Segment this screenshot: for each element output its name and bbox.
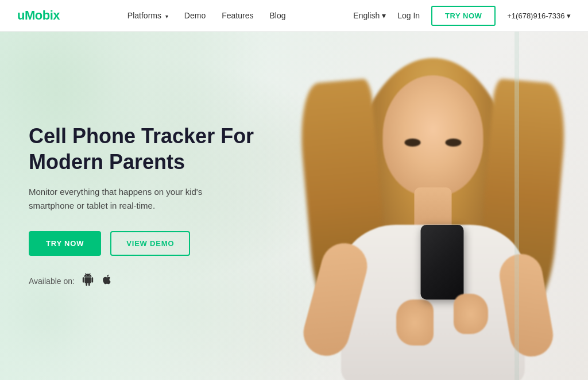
woman-eye-left <box>405 139 421 147</box>
woman-hand-right <box>454 294 488 334</box>
available-label: Available on: <box>29 277 75 286</box>
nav-platforms[interactable]: Platforms ▾ <box>127 11 168 20</box>
try-now-button[interactable]: TRY NOW <box>29 231 101 256</box>
woman-hands <box>396 288 488 346</box>
logo[interactable]: uMobix <box>17 8 60 23</box>
chevron-down-icon: ▾ <box>382 11 386 20</box>
nav-features[interactable]: Features <box>222 11 253 20</box>
window-divider <box>514 32 519 380</box>
hero-title: Cell Phone Tracker For Modern Parents <box>29 123 265 175</box>
chevron-down-icon: ▾ <box>567 11 571 20</box>
smartphone <box>421 225 464 300</box>
hero-section: Cell Phone Tracker For Modern Parents Mo… <box>0 32 588 380</box>
hero-content: Cell Phone Tracker For Modern Parents Mo… <box>0 32 294 380</box>
nav-blog[interactable]: Blog <box>269 11 285 20</box>
header-right: English ▾ Log In TRY NOW +1(678)916-7336… <box>353 6 571 26</box>
try-now-button-header[interactable]: TRY NOW <box>431 6 496 26</box>
woman-face <box>383 75 483 196</box>
nav-demo[interactable]: Demo <box>184 11 206 20</box>
available-on: Available on: <box>29 273 265 289</box>
chevron-down-icon: ▾ <box>165 13 168 20</box>
android-icon <box>82 273 94 289</box>
view-demo-button[interactable]: VIEW DEMO <box>110 231 190 256</box>
woman-eye-right <box>446 139 462 147</box>
login-link[interactable]: Log In <box>397 11 420 20</box>
woman-figure <box>295 47 571 380</box>
language-selector[interactable]: English ▾ <box>353 11 386 20</box>
phone-link[interactable]: +1(678)916-7336 ▾ <box>507 11 571 20</box>
woman-hand-left <box>396 300 434 346</box>
hero-subtitle: Monitor everything that happens on your … <box>29 185 224 213</box>
hero-woman-image <box>255 32 588 380</box>
apple-icon <box>101 274 113 288</box>
header: uMobix Platforms ▾ Demo Features Blog En… <box>0 0 588 32</box>
hero-buttons: TRY NOW VIEW DEMO <box>29 231 265 256</box>
main-nav: Platforms ▾ Demo Features Blog <box>127 11 286 20</box>
